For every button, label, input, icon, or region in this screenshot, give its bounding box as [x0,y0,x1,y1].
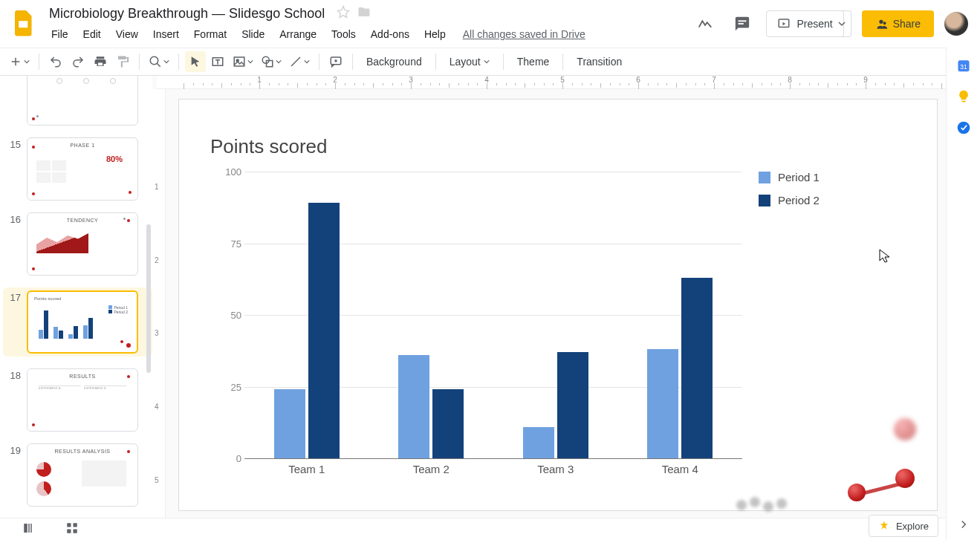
chart-bar [647,349,678,458]
paint-format-button[interactable] [112,51,133,72]
layout-button[interactable]: Layout [442,51,497,72]
menu-bar: File Edit View Insert Format Slide Arran… [45,24,692,45]
layout-label: Layout [450,56,481,68]
thumb-number: 15 [6,137,21,150]
line-tool[interactable] [286,51,313,72]
legend-swatch [759,172,770,183]
thumb-title: TENDENCY [27,218,137,223]
thumb-number: 18 [6,368,21,381]
present-button[interactable]: Present [766,10,843,37]
svg-rect-15 [24,524,27,533]
star-icon[interactable] [337,5,350,22]
side-panel-rail: 31 [946,48,980,540]
legend-swatch [759,195,770,206]
shape-tool[interactable] [258,51,285,72]
thumb-title: RESULTS ANALYSIS [27,449,137,454]
comment-tool[interactable] [325,51,346,72]
chart-bar [308,203,340,458]
account-avatar[interactable] [944,12,968,36]
svg-point-5 [150,56,158,65]
menu-view[interactable]: View [109,25,145,43]
save-status[interactable]: All changes saved in Drive [463,28,585,40]
slide-thumb[interactable]: RESEARCHCONCLUSIONPRESENCE [27,76,138,126]
thumb-title: Points scored [34,296,61,301]
menu-addons[interactable]: Add-ons [364,25,416,43]
menu-tools[interactable]: Tools [325,25,363,43]
svg-rect-21 [74,529,77,533]
decoration-grey-molecule [736,495,796,512]
grid-view-icon[interactable] [65,521,79,538]
svg-rect-16 [28,524,30,533]
svg-text:31: 31 [960,63,967,71]
svg-rect-2 [739,20,747,22]
present-label: Present [796,18,832,30]
calendar-icon[interactable]: 31 [956,58,971,73]
background-button[interactable]: Background [359,51,429,72]
thumb-title: RESULTS [27,374,137,379]
svg-rect-3 [739,23,744,25]
menu-file[interactable]: File [45,25,75,43]
slide-canvas[interactable]: 123456789 12345 Points scored 0255075100… [152,76,946,518]
present-dropdown[interactable] [834,10,851,37]
ruler-vertical: 12345 [152,89,166,518]
svg-rect-17 [30,524,32,533]
menu-slide[interactable]: Slide [235,25,271,43]
move-folder-icon[interactable] [357,5,371,22]
transition-button[interactable]: Transition [569,51,629,72]
slide-thumb-17[interactable]: Points scored Period 1Period 2 [27,290,138,354]
slide-thumb-16[interactable]: TENDENCY [27,212,138,276]
legend-label: Period 2 [778,194,820,206]
slide-thumb-19[interactable]: RESULTS ANALYSIS [27,443,138,507]
filmstrip-scrollbar[interactable] [146,224,151,373]
image-tool[interactable] [230,51,256,72]
thumb-number: 17 [6,290,21,303]
zoom-button[interactable] [146,51,172,72]
chart-bar [432,389,464,458]
decoration-ball [848,484,866,501]
slides-app-icon[interactable] [9,9,39,39]
slide[interactable]: Points scored 0255075100Team 1Team 2Team… [179,100,937,510]
menu-help[interactable]: Help [418,25,452,43]
comments-icon[interactable] [729,10,756,37]
chart-title: Points scored [210,135,328,158]
svg-rect-0 [19,21,29,29]
menu-format[interactable]: Format [187,25,233,43]
document-title[interactable]: Microbiology Breakthrough — Slidesgo Sch… [45,4,329,23]
menu-edit[interactable]: Edit [77,25,108,43]
svg-rect-19 [74,523,77,527]
thumb-number: 16 [6,212,21,225]
chart-legend: Period 1 Period 2 [759,171,820,217]
menu-arrange[interactable]: Arrange [273,25,323,43]
filmstrip[interactable]: RESEARCHCONCLUSIONPRESENCE 15 PHASE 1 80… [0,76,152,518]
chart-plot-area: 0255075100Team 1Team 2Team 3Team 4 [222,168,742,472]
keep-icon[interactable] [956,89,971,104]
activity-icon[interactable] [692,10,718,37]
slide-thumb-18[interactable]: RESULTS EXPERIMENT A EXPERIMENT B [27,368,138,432]
expand-rail-icon[interactable] [957,518,970,534]
textbox-tool[interactable] [207,51,228,72]
toolbar: Background Layout Theme Transition [0,48,980,76]
filmstrip-view-icon[interactable] [22,521,36,538]
thumb-number: 19 [6,443,21,456]
redo-button[interactable] [68,51,88,72]
explore-button[interactable]: Explore [869,515,938,537]
share-button[interactable]: Share [862,10,934,37]
ruler-horizontal: 123456789 [157,76,946,89]
svg-rect-18 [67,523,71,527]
legend-label: Period 1 [778,171,820,183]
select-tool[interactable] [185,51,206,72]
svg-rect-10 [267,61,273,67]
menu-insert[interactable]: Insert [146,25,186,43]
bottom-bar [0,518,946,540]
tasks-icon[interactable] [956,120,971,135]
share-label: Share [893,18,921,30]
thumb-stat: 80% [106,154,123,163]
theme-button[interactable]: Theme [510,51,557,72]
chart-bar [523,427,554,458]
print-button[interactable] [90,51,111,72]
new-slide-button[interactable] [6,51,33,72]
thumb-title: PHASE 1 [27,143,137,148]
undo-button[interactable] [45,51,66,72]
slide-thumb-15[interactable]: PHASE 1 80% [27,137,138,201]
svg-rect-20 [67,529,71,533]
